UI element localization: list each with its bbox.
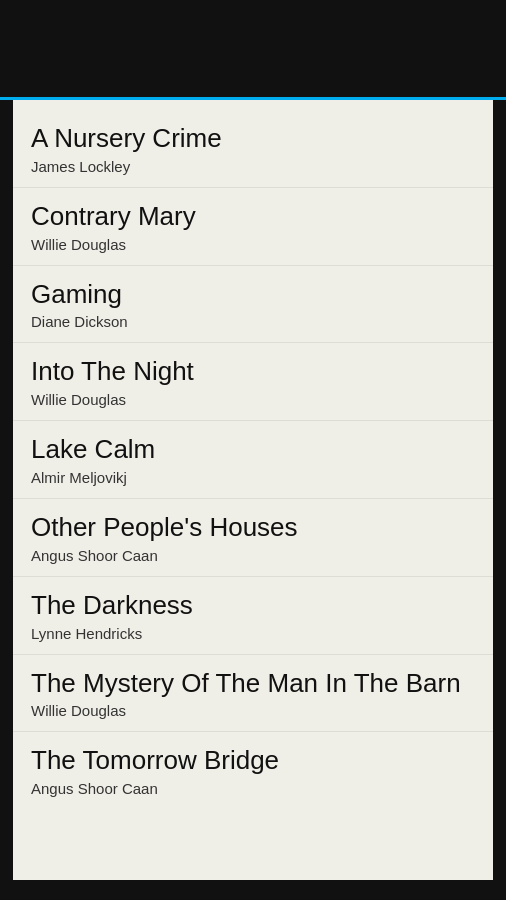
- book-list: A Nursery CrimeJames LockleyContrary Mar…: [13, 100, 493, 880]
- list-item[interactable]: Lake CalmAlmir Meljovikj: [13, 421, 493, 499]
- book-author: Willie Douglas: [31, 391, 475, 408]
- list-item[interactable]: Into The NightWillie Douglas: [13, 343, 493, 421]
- book-title: The Tomorrow Bridge: [31, 744, 475, 778]
- book-author: Willie Douglas: [31, 236, 475, 253]
- bottom-bar: [0, 880, 506, 900]
- book-title: Contrary Mary: [31, 200, 475, 234]
- book-title: Gaming: [31, 278, 475, 312]
- book-author: Angus Shoor Caan: [31, 547, 475, 564]
- list-item[interactable]: Other People's HousesAngus Shoor Caan: [13, 499, 493, 577]
- book-title: A Nursery Crime: [31, 122, 475, 156]
- book-title: Other People's Houses: [31, 511, 475, 545]
- book-title: Into The Night: [31, 355, 475, 389]
- list-item[interactable]: GamingDiane Dickson: [13, 266, 493, 344]
- book-title: Lake Calm: [31, 433, 475, 467]
- book-author: James Lockley: [31, 158, 475, 175]
- book-author: Angus Shoor Caan: [31, 780, 475, 797]
- list-item[interactable]: The Tomorrow BridgeAngus Shoor Caan: [13, 732, 493, 809]
- book-author: Lynne Hendricks: [31, 625, 475, 642]
- book-author: Diane Dickson: [31, 313, 475, 330]
- blue-accent-line: [0, 97, 506, 100]
- book-title: The Mystery Of The Man In The Barn: [31, 667, 475, 701]
- list-item[interactable]: The DarknessLynne Hendricks: [13, 577, 493, 655]
- book-author: Willie Douglas: [31, 702, 475, 719]
- book-author: Almir Meljovikj: [31, 469, 475, 486]
- book-title: The Darkness: [31, 589, 475, 623]
- list-item[interactable]: Contrary MaryWillie Douglas: [13, 188, 493, 266]
- list-item[interactable]: A Nursery CrimeJames Lockley: [13, 110, 493, 188]
- list-item[interactable]: The Mystery Of The Man In The BarnWillie…: [13, 655, 493, 733]
- top-bar: [0, 0, 506, 100]
